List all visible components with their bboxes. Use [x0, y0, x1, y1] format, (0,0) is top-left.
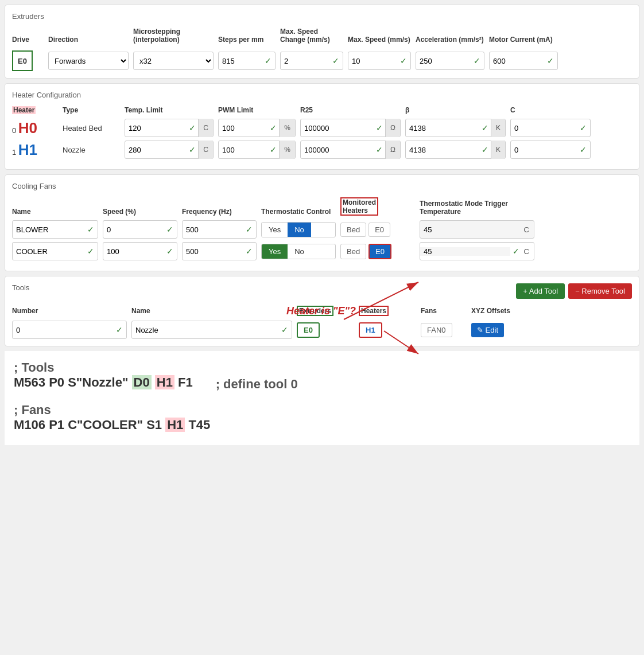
- tool-heater-cell: H1: [359, 326, 416, 334]
- blower-thermo-yes[interactable]: Yes: [262, 223, 288, 237]
- h0-pwm-input[interactable]: [219, 124, 267, 132]
- blower-speed-cell: ✓: [103, 220, 177, 239]
- h1-tools-highlight: H1: [155, 375, 174, 389]
- motor-current-input[interactable]: [493, 57, 545, 65]
- h1-pwm-input[interactable]: [219, 146, 267, 154]
- cooler-speed-check: ✓: [166, 247, 173, 256]
- cooler-bed-toggle[interactable]: Bed: [340, 244, 366, 259]
- h1-beta-input[interactable]: [406, 146, 479, 154]
- h1-temp-unit[interactable]: C: [198, 141, 213, 159]
- blower-trigger-input[interactable]: [420, 225, 519, 234]
- blower-thermo-no[interactable]: No: [288, 223, 311, 237]
- r25-col-header: R25: [300, 106, 401, 114]
- cooler-speed-cell: ✓: [103, 242, 177, 260]
- max-speed-change-cell: ✓: [280, 52, 343, 70]
- beta-col-header: β: [405, 106, 506, 114]
- tools-title: Tools: [12, 283, 29, 292]
- h0-pwm-group: ✓ %: [218, 119, 296, 137]
- cooler-thermo-group: Yes No: [261, 244, 336, 259]
- acceleration-input[interactable]: [420, 57, 471, 65]
- h0-r25-input[interactable]: [301, 124, 374, 132]
- monitored-header-box: MonitoredHeaters: [340, 197, 378, 216]
- tool-edit-button[interactable]: ✎ Edit: [471, 323, 504, 337]
- temp-limit-col-header: Temp. Limit: [125, 106, 214, 114]
- cooler-name-cell: ✓: [12, 242, 98, 260]
- h1-pwm-limit: ✓ %: [218, 141, 296, 159]
- tools-line-row: M563 P0 S"Nozzle" D0 H1 F1 ; define tool…: [14, 375, 630, 393]
- microstepping-header: Microstepping (interpolation): [133, 28, 214, 44]
- max-speed-input[interactable]: [352, 57, 398, 65]
- tools-code-block: ; Tools M563 P0 S"Nozzle" D0 H1 F1 ; def…: [14, 360, 630, 393]
- h0-beta-input[interactable]: [406, 124, 479, 132]
- h0-temp-limit-group: ✓ C: [125, 119, 214, 137]
- direction-select[interactable]: Forwards Backwards: [48, 52, 129, 70]
- h0-number: 0: [12, 126, 18, 135]
- fans-comment: ; Fans: [14, 403, 630, 418]
- blower-thermo-cell: Yes No: [261, 222, 336, 237]
- h1-c-group: ✓: [510, 141, 591, 159]
- max-speed-change-input[interactable]: [284, 57, 330, 65]
- h0-c: ✓: [510, 119, 591, 137]
- steps-input[interactable]: [222, 57, 262, 65]
- h1-number: 1: [12, 148, 18, 157]
- h0-pwm-unit[interactable]: %: [279, 119, 295, 137]
- h0-heater-cell: 0 H0: [12, 119, 58, 137]
- h1-pwm-group: ✓ %: [218, 141, 296, 159]
- blower-e0-toggle[interactable]: E0: [368, 223, 390, 237]
- h1-temp-limit-group: ✓ C: [125, 141, 214, 159]
- e0-badge: E0: [12, 50, 33, 71]
- fan-name-header: Name: [12, 208, 98, 216]
- h1-temp-limit-input[interactable]: [125, 146, 187, 154]
- tool-name-input[interactable]: [135, 326, 279, 334]
- tool-number-input[interactable]: [16, 326, 114, 334]
- max-speed-cell: ✓: [348, 52, 411, 70]
- cooler-thermo-no[interactable]: No: [288, 244, 311, 259]
- h0-label: H0: [18, 119, 37, 137]
- cooler-trigger-group: ✓ C: [420, 242, 534, 260]
- h0-temp-unit[interactable]: C: [198, 119, 213, 137]
- heater-header: Heater Type Temp. Limit PWM Limit R25 β …: [12, 106, 632, 114]
- h1-pwm-check: ✓: [270, 145, 277, 154]
- acceleration-cell: ✓: [416, 52, 484, 70]
- blower-speed-input[interactable]: [107, 225, 164, 234]
- cooler-speed-input[interactable]: [107, 247, 164, 256]
- tools-header-row: Tools + Add Tool − Remove Tool: [12, 283, 632, 299]
- h0-c-input[interactable]: [514, 124, 577, 132]
- drive-cell: E0: [12, 50, 44, 71]
- h0-r25-unit[interactable]: Ω: [385, 119, 400, 137]
- tool-name-check: ✓: [281, 325, 288, 334]
- direction-cell: Forwards Backwards: [48, 52, 129, 70]
- cooler-e0-toggle[interactable]: E0: [368, 244, 391, 259]
- h0-beta-group: ✓ K: [405, 119, 506, 137]
- h0-pwm-limit: ✓ %: [218, 119, 296, 137]
- fan-monitored-header: MonitoredHeaters: [340, 197, 415, 216]
- heaters-col-box: Heaters: [359, 306, 389, 316]
- microstepping-select[interactable]: x32 x16: [133, 52, 214, 70]
- h1-r25-input[interactable]: [301, 146, 374, 154]
- tool-h1-badge: H1: [359, 322, 382, 338]
- blower-bed-toggle[interactable]: Bed: [340, 223, 366, 237]
- d0-highlight: D0: [132, 375, 152, 389]
- h1-c-input[interactable]: [514, 146, 577, 154]
- tool-number-header: Number: [12, 307, 127, 315]
- add-tool-button[interactable]: + Add Tool: [516, 283, 565, 299]
- drive-header: Drive: [12, 36, 44, 44]
- blower-freq-input[interactable]: [186, 225, 243, 234]
- h0-temp-limit-input[interactable]: [125, 124, 187, 132]
- cooler-thermo-yes[interactable]: Yes: [262, 244, 288, 259]
- cooler-freq-input[interactable]: [186, 247, 243, 256]
- h1-pwm-unit[interactable]: %: [279, 141, 295, 159]
- blower-name-input[interactable]: [16, 225, 85, 234]
- cooler-name-input[interactable]: [16, 247, 85, 256]
- cooler-trigger-check: ✓: [513, 247, 519, 256]
- extruders-header: Drive Direction Microstepping (interpola…: [12, 28, 632, 46]
- h0-beta-unit[interactable]: K: [491, 119, 505, 137]
- cooler-freq-check: ✓: [246, 247, 253, 256]
- cooler-name-check: ✓: [87, 247, 94, 256]
- h1-beta-unit[interactable]: K: [491, 141, 505, 159]
- motor-current-header: Motor Current (mA): [489, 36, 558, 44]
- max-speed-input-group: ✓: [348, 52, 411, 70]
- remove-tool-button[interactable]: − Remove Tool: [568, 283, 632, 299]
- cooler-trigger-input[interactable]: [420, 247, 510, 256]
- h1-r25-unit[interactable]: Ω: [385, 141, 400, 159]
